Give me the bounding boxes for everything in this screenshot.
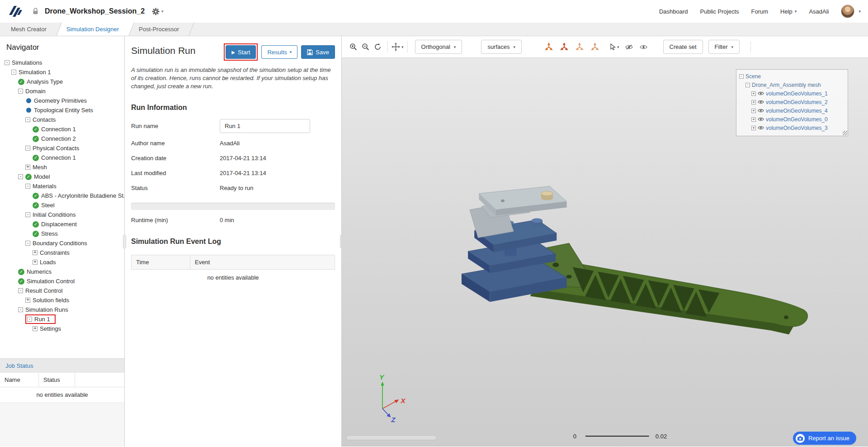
save-button[interactable]: Save: [301, 45, 335, 59]
tree-item-steel[interactable]: Steel: [0, 200, 124, 210]
tree-item-stress[interactable]: Stress: [0, 229, 124, 238]
expander-icon[interactable]: [25, 117, 30, 122]
tab-simulation-designer[interactable]: Simulation Designer: [57, 23, 129, 36]
create-set-button[interactable]: Create set: [663, 40, 703, 54]
resize-grip[interactable]: [843, 131, 847, 135]
tree-item-solution-fields[interactable]: Solution fields: [0, 295, 124, 305]
expander-icon[interactable]: [751, 91, 756, 96]
pick-edge-button[interactable]: [573, 41, 585, 53]
tree-item-displacement[interactable]: Displacement: [0, 219, 124, 229]
tree-item-model[interactable]: Model: [0, 172, 124, 181]
scene-volume-item[interactable]: volumeOnGeoVolumes_3: [739, 124, 845, 132]
tree-item-run-1[interactable]: Run 1: [0, 314, 124, 324]
tree-item-mesh[interactable]: Mesh: [0, 162, 124, 172]
expander-icon[interactable]: [751, 117, 756, 122]
username[interactable]: AsadAli: [809, 8, 829, 15]
tree-item-materials[interactable]: Materials: [0, 181, 124, 191]
tree-item-boundary-conditions[interactable]: Boundary Conditions: [0, 238, 124, 248]
avatar[interactable]: [841, 5, 854, 18]
app-logo-icon[interactable]: [7, 3, 24, 19]
expander-icon[interactable]: [25, 184, 30, 189]
expander-icon[interactable]: [751, 126, 756, 130]
scene-volume-item[interactable]: volumeOnGeoVolumes_0: [739, 115, 845, 124]
expander-icon[interactable]: [25, 146, 30, 151]
scene-mesh-item[interactable]: Drone_Arm_Assembly mesh: [739, 81, 845, 89]
tab-mesh-creator[interactable]: Mesh Creator: [1, 23, 57, 36]
run-name-input[interactable]: [220, 119, 310, 133]
expander-icon[interactable]: [18, 288, 23, 293]
zoom-in-button[interactable]: [347, 41, 359, 53]
expander-icon[interactable]: [33, 250, 38, 255]
filter-dropdown[interactable]: Filter▾: [708, 40, 740, 54]
expander-icon[interactable]: [18, 89, 23, 94]
tree-item-geometry-primitives[interactable]: Geometry Primitives: [0, 96, 124, 105]
nav-dashboard[interactable]: Dashboard: [659, 8, 688, 15]
tree-item-initial-conditions[interactable]: Initial Conditions: [0, 210, 124, 219]
expander-icon[interactable]: [11, 70, 16, 75]
panel-resize-handle[interactable]: [123, 235, 126, 248]
start-button[interactable]: ▶Start: [226, 45, 256, 59]
expander-icon[interactable]: [25, 165, 30, 170]
pick-vertex-button[interactable]: [589, 41, 601, 53]
tree-item-constraints[interactable]: Constraints: [0, 248, 124, 257]
results-button[interactable]: Results▾: [261, 45, 297, 59]
pick-face-button[interactable]: [558, 41, 570, 53]
tree-item-physical-connection-1[interactable]: Connection 1: [0, 153, 124, 162]
expander-icon[interactable]: [27, 317, 32, 322]
expander-icon[interactable]: [33, 326, 38, 331]
tree-item-analysis-type[interactable]: Analysis Type: [0, 77, 124, 86]
eye-icon[interactable]: [758, 126, 764, 130]
project-settings-button[interactable]: ▾: [152, 8, 164, 15]
nav-forum[interactable]: Forum: [751, 8, 769, 15]
tab-post-processor[interactable]: Post-Processor: [129, 23, 189, 36]
expander-icon[interactable]: [739, 74, 744, 79]
expander-icon[interactable]: [25, 241, 30, 246]
nav-public-projects[interactable]: Public Projects: [700, 8, 739, 15]
horizontal-scrollbar[interactable]: [346, 435, 437, 440]
tree-item-simulation-runs[interactable]: Simulation Runs: [0, 305, 124, 314]
eye-icon[interactable]: [758, 100, 764, 104]
tree-item-numerics[interactable]: Numerics: [0, 267, 124, 276]
expander-icon[interactable]: [5, 60, 9, 65]
scene-volume-item[interactable]: volumeOnGeoVolumes_4: [739, 106, 845, 115]
nav-help[interactable]: Help▾: [780, 8, 797, 15]
expander-icon[interactable]: [745, 83, 750, 87]
pick-volume-button[interactable]: [542, 41, 555, 53]
expander-icon[interactable]: [25, 212, 30, 217]
scene-volume-item[interactable]: volumeOnGeoVolumes_1: [739, 89, 845, 98]
expander-icon[interactable]: [751, 109, 756, 113]
expander-icon[interactable]: [33, 260, 38, 265]
render-mode-dropdown[interactable]: surfaces▾: [481, 40, 522, 54]
expander-icon[interactable]: [18, 307, 23, 312]
tree-item-domain[interactable]: Domain: [0, 86, 124, 96]
pan-mode-button[interactable]: ▾: [392, 43, 404, 51]
expander-icon[interactable]: [751, 100, 756, 105]
expander-icon[interactable]: [18, 174, 23, 179]
tree-item-contacts[interactable]: Contacts: [0, 115, 124, 124]
hide-selection-button[interactable]: [623, 41, 635, 53]
tree-item-simulation-1[interactable]: Simulation 1: [0, 67, 124, 77]
tree-item-abs-material[interactable]: ABS - Acrylonitrile Butadiene St...: [0, 191, 124, 200]
eye-icon[interactable]: [758, 117, 764, 121]
tree-item-simulation-control[interactable]: Simulation Control: [0, 276, 124, 286]
select-mode-button[interactable]: ▾: [610, 43, 619, 51]
projection-dropdown[interactable]: Orthogonal▾: [415, 40, 462, 54]
expander-icon[interactable]: [25, 298, 30, 303]
show-all-button[interactable]: [637, 41, 650, 53]
refresh-view-button[interactable]: [372, 41, 384, 53]
tree-item-connection-1[interactable]: Connection 1: [0, 124, 124, 134]
chevron-down-icon[interactable]: ▾: [859, 9, 861, 14]
eye-icon[interactable]: [758, 109, 764, 113]
tree-item-connection-2[interactable]: Connection 2: [0, 134, 124, 143]
scene-volume-item[interactable]: volumeOnGeoVolumes_2: [739, 98, 845, 106]
tree-item-topological-entity-sets[interactable]: Topological Entity Sets: [0, 105, 124, 115]
report-issue-button[interactable]: Report an issue: [793, 432, 856, 445]
tree-item-result-control[interactable]: Result Control: [0, 286, 124, 295]
zoom-out-button[interactable]: [359, 41, 372, 53]
tree-item-loads[interactable]: Loads: [0, 257, 124, 267]
tree-item-physical-contacts[interactable]: Physical Contacts: [0, 143, 124, 153]
tree-item-simulations[interactable]: Simulations: [0, 58, 124, 67]
scene-root-item[interactable]: Scene: [739, 72, 845, 81]
eye-icon[interactable]: [758, 91, 764, 95]
tree-item-settings[interactable]: Settings: [0, 324, 124, 333]
